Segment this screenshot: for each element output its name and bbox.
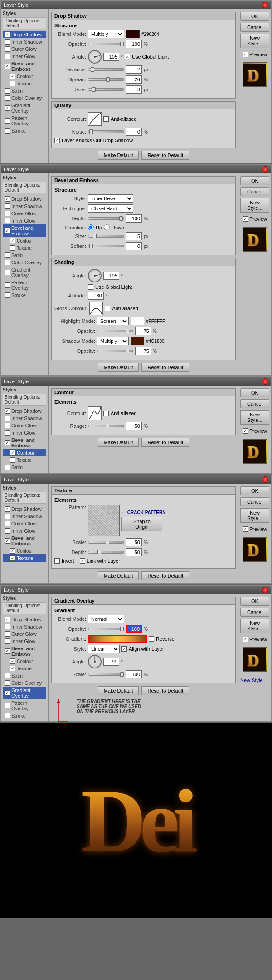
distance-input[interactable] xyxy=(126,65,142,74)
blending-options[interactable]: Blending Options: Default xyxy=(3,17,46,29)
size-slider[interactable] xyxy=(88,88,124,91)
sidebar-inner-glow[interactable]: Inner Glow xyxy=(3,53,46,60)
cb-texture[interactable] xyxy=(10,81,15,86)
p2-size-input[interactable] xyxy=(126,232,142,240)
p5-satin[interactable]: Satin xyxy=(3,672,46,679)
p3-bevel-emboss[interactable]: Bevel and Emboss xyxy=(3,436,46,449)
p3-range-slider[interactable] xyxy=(88,425,124,427)
p4-link-cb[interactable] xyxy=(80,558,85,564)
p3-drop-shadow[interactable]: Drop Shadow xyxy=(3,407,46,415)
p2-texture[interactable]: Texture xyxy=(3,244,46,252)
new-style-link[interactable]: New Style . xyxy=(240,678,266,683)
p2-shadow-opacity[interactable] xyxy=(135,347,151,355)
p5-bevel-emboss[interactable]: Bevel and Emboss xyxy=(3,645,46,658)
p5-new-style-btn[interactable]: New Style... xyxy=(240,619,269,633)
p5-make-default[interactable]: Make Default xyxy=(98,686,139,695)
cb-satin[interactable] xyxy=(5,88,10,94)
angle-input[interactable] xyxy=(103,53,119,61)
p2-inner-shadow[interactable]: Inner Shadow xyxy=(3,203,46,210)
sidebar-drop-shadow[interactable]: Drop Shadow xyxy=(3,31,46,38)
p2-shadow-select[interactable]: Multiply xyxy=(97,337,129,345)
p3-ok-btn[interactable]: OK xyxy=(240,388,269,397)
snap-to-origin-btn[interactable]: Snap to Origin xyxy=(121,517,162,531)
p2-contour[interactable]: Contour xyxy=(3,237,46,244)
p2-size-slider[interactable] xyxy=(88,235,124,238)
p3-anti-alias-cb[interactable] xyxy=(103,411,109,416)
use-global-light-cb[interactable] xyxy=(125,54,130,59)
spread-slider[interactable] xyxy=(88,78,124,81)
opacity-slider[interactable] xyxy=(88,43,124,45)
p4-scale-input[interactable] xyxy=(126,538,142,546)
p2-highlight-swatch[interactable] xyxy=(131,317,144,325)
p4-preview-cb[interactable] xyxy=(243,526,248,532)
p2-shadow-swatch[interactable] xyxy=(131,337,144,345)
cb-contour[interactable] xyxy=(10,74,15,79)
sidebar-stroke[interactable]: Stroke xyxy=(3,127,46,134)
cb-stroke[interactable] xyxy=(5,128,10,134)
p2-inner-glow[interactable]: Inner Glow xyxy=(3,217,46,224)
p2-bevel-emboss[interactable]: Bevel and Emboss xyxy=(3,224,46,237)
p4-outer-glow[interactable]: Outer Glow xyxy=(3,520,46,527)
p3-satin[interactable]: Satin xyxy=(3,464,46,471)
p2-cancel-btn[interactable]: Cancel xyxy=(240,187,269,196)
p5-align-cb[interactable] xyxy=(121,646,127,652)
p4-contour[interactable]: Contour xyxy=(3,547,46,554)
sidebar-bevel-emboss[interactable]: Bevel and Emboss xyxy=(3,60,46,73)
p2-highlight-slider[interactable] xyxy=(97,330,133,332)
p4-ok-btn[interactable]: OK xyxy=(240,486,269,495)
distance-slider[interactable] xyxy=(88,68,124,71)
p4-inner-glow[interactable]: Inner Glow xyxy=(3,527,46,535)
p5-scale-input[interactable] xyxy=(126,670,142,678)
p2-depth-slider[interactable] xyxy=(88,217,124,220)
reset-default-btn[interactable]: Reset to Default xyxy=(141,151,189,160)
size-input[interactable] xyxy=(126,85,142,94)
cb-outer-glow[interactable] xyxy=(5,46,10,52)
p3-cancel-btn[interactable]: Cancel xyxy=(240,399,269,408)
p2-altitude-input[interactable] xyxy=(88,292,104,300)
panel4-close[interactable] xyxy=(262,476,268,483)
p4-make-default[interactable]: Make Default xyxy=(98,571,139,580)
p4-blending[interactable]: Blending Options: Default xyxy=(3,492,46,504)
cb-drop-shadow[interactable] xyxy=(5,32,10,37)
p2-make-default[interactable]: Make Default xyxy=(98,363,139,372)
panel3-close[interactable] xyxy=(262,378,268,385)
p5-opacity-slider[interactable] xyxy=(88,628,124,630)
p5-contour[interactable]: Contour xyxy=(3,658,46,665)
p5-color-overlay[interactable]: Color Overlay xyxy=(3,679,46,687)
sidebar-pattern-overlay[interactable]: Pattern Overlay xyxy=(3,114,46,127)
p5-blending[interactable]: Blending Options: Default xyxy=(3,602,46,614)
panel1-close[interactable] xyxy=(262,2,268,8)
color-swatch-1[interactable] xyxy=(126,30,140,38)
p5-stroke[interactable]: Stroke xyxy=(3,712,46,719)
new-style-btn[interactable]: New Style... xyxy=(240,34,269,48)
cb-inner-glow[interactable] xyxy=(5,54,10,59)
sidebar-outer-glow[interactable]: Outer Glow xyxy=(3,45,46,53)
p2-preview-cb[interactable] xyxy=(243,216,248,222)
p4-pattern-preview[interactable] xyxy=(88,505,120,536)
direction-down-radio[interactable] xyxy=(104,224,110,230)
sidebar-contour[interactable]: Contour xyxy=(3,73,46,80)
ok-btn[interactable]: OK xyxy=(240,12,269,21)
p4-depth-input[interactable] xyxy=(126,548,142,556)
p5-opacity-input[interactable] xyxy=(126,625,142,633)
p2-depth-input[interactable] xyxy=(126,214,142,223)
p5-angle-input[interactable] xyxy=(103,658,119,666)
p5-angle-dial[interactable] xyxy=(88,655,102,668)
p2-highlight-opacity[interactable] xyxy=(135,327,151,335)
p3-inner-glow[interactable]: Inner Glow xyxy=(3,429,46,436)
p2-shadow-slider[interactable] xyxy=(97,350,133,352)
p2-outer-glow[interactable]: Outer Glow xyxy=(3,210,46,217)
p5-gradient-overlay[interactable]: Gradient Overlay xyxy=(3,687,46,699)
p5-texture[interactable]: Texture xyxy=(3,665,46,672)
p5-reverse-cb[interactable] xyxy=(149,636,154,642)
sidebar-texture[interactable]: Texture xyxy=(3,80,46,87)
p4-reset-default[interactable]: Reset to Default xyxy=(141,571,189,580)
p2-technique-select[interactable]: Chisel Hard xyxy=(88,204,133,213)
p5-gradient-bar[interactable] xyxy=(88,635,147,643)
p4-cancel-btn[interactable]: Cancel xyxy=(240,497,269,506)
p3-preview-cb[interactable] xyxy=(243,428,248,434)
contour-preview[interactable] xyxy=(88,112,102,126)
p2-pattern-overlay[interactable]: Pattern Overlay xyxy=(3,279,46,292)
p5-drop-shadow[interactable]: Drop Shadow xyxy=(3,616,46,623)
p4-texture[interactable]: Texture xyxy=(3,554,46,562)
